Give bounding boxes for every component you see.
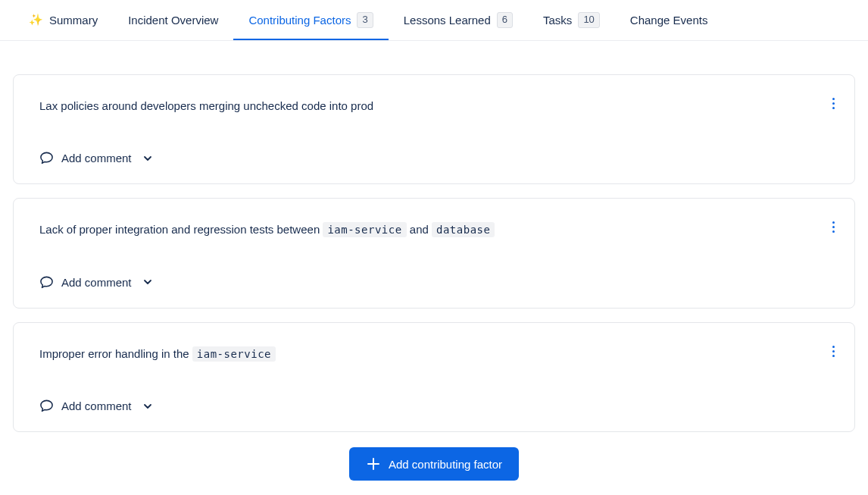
add-comment-label: Add comment xyxy=(61,152,132,164)
tabs-bar: ✨ Summary Incident Overview Contributing… xyxy=(0,0,868,41)
card-actions xyxy=(828,217,839,237)
factor-text: and xyxy=(407,223,432,236)
kebab-menu-icon[interactable] xyxy=(828,93,839,114)
comment-icon xyxy=(39,275,54,290)
tab-label: Incident Overview xyxy=(128,14,218,27)
add-comment-label: Add comment xyxy=(61,276,132,289)
comment-icon xyxy=(39,399,54,413)
tab-incident-overview[interactable]: Incident Overview xyxy=(113,2,233,39)
tab-label: Lessons Learned xyxy=(404,14,491,27)
add-contributing-factor-button[interactable]: Add contributing factor xyxy=(349,447,519,481)
chevron-down-icon xyxy=(142,277,153,287)
tab-badge: 6 xyxy=(497,12,513,28)
tab-badge: 3 xyxy=(357,12,373,28)
code-chip: iam-service xyxy=(323,222,406,237)
factor-text: Improper error handling in the xyxy=(39,347,192,360)
factor-title: Lack of proper integration and regressio… xyxy=(39,221,829,239)
tab-label: Contributing Factors xyxy=(248,14,351,27)
card-actions xyxy=(828,341,839,362)
code-chip: database xyxy=(432,222,495,237)
tab-badge: 10 xyxy=(578,12,599,28)
kebab-menu-icon[interactable] xyxy=(828,217,839,237)
factor-card: Improper error handling in the iam-servi… xyxy=(13,322,855,433)
kebab-menu-icon[interactable] xyxy=(828,341,839,362)
factor-text: Lack of proper integration and regressio… xyxy=(39,223,323,236)
content-area: Lax policies around developers merging u… xyxy=(0,41,868,481)
sparkle-icon: ✨ xyxy=(29,13,43,27)
add-comment-button[interactable]: Add comment xyxy=(39,151,829,165)
tab-label: Change Events xyxy=(630,14,708,27)
add-comment-button[interactable]: Add comment xyxy=(39,399,829,413)
add-factor-label: Add contributing factor xyxy=(389,458,502,471)
factor-card: Lax policies around developers merging u… xyxy=(13,74,855,185)
tab-label: Tasks xyxy=(543,14,572,27)
tab-change-events[interactable]: Change Events xyxy=(615,2,723,39)
chevron-down-icon xyxy=(142,401,153,412)
tab-lessons-learned[interactable]: Lessons Learned 6 xyxy=(389,0,528,40)
add-comment-label: Add comment xyxy=(61,399,132,412)
card-actions xyxy=(828,93,839,114)
tab-label: Summary xyxy=(49,14,98,27)
factor-text: Lax policies around developers merging u… xyxy=(39,99,373,112)
add-comment-button[interactable]: Add comment xyxy=(39,275,829,290)
factor-title: Lax policies around developers merging u… xyxy=(39,98,829,115)
factor-title: Improper error handling in the iam-servi… xyxy=(39,346,829,363)
code-chip: iam-service xyxy=(192,346,276,362)
tab-contributing-factors[interactable]: Contributing Factors 3 xyxy=(233,0,388,40)
tab-tasks[interactable]: Tasks 10 xyxy=(528,0,615,40)
tab-summary[interactable]: ✨ Summary xyxy=(14,1,113,39)
chevron-down-icon xyxy=(142,153,153,164)
plus-icon xyxy=(366,456,381,472)
add-factor-container: Add contributing factor xyxy=(13,447,855,481)
factor-card: Lack of proper integration and regressio… xyxy=(13,198,855,309)
comment-icon xyxy=(39,151,54,165)
